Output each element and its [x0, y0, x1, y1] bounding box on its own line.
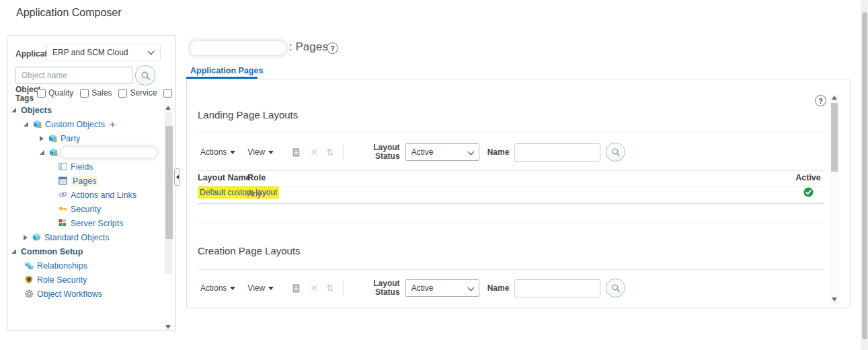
divider: [198, 203, 824, 204]
tree-expanded-icon[interactable]: [24, 122, 28, 127]
tree-collapsed-icon[interactable]: [40, 136, 44, 141]
view-menu[interactable]: View: [247, 147, 274, 157]
tag-quality[interactable]: Quality: [37, 88, 73, 98]
tree-item-relationships[interactable]: Relationships: [7, 258, 175, 273]
actions-menu[interactable]: Actions: [200, 147, 235, 157]
tag-sales[interactable]: Sales: [80, 88, 112, 98]
tree-item-objects[interactable]: Objects: [7, 103, 175, 117]
scroll-down-icon[interactable]: [832, 298, 837, 302]
redacted-text: [61, 147, 157, 158]
search-icon: [611, 147, 621, 157]
tag-prm[interactable]: PRM: [163, 88, 176, 98]
gear-icon: [25, 289, 34, 298]
tree-scrollbar-track[interactable]: [165, 112, 172, 274]
collapse-left-icon: [176, 175, 179, 179]
page-title: Application Composer: [16, 7, 122, 19]
tree-item-custom-objects[interactable]: Custom Objects +: [7, 117, 175, 131]
view-menu[interactable]: View: [247, 283, 274, 293]
scroll-up-icon[interactable]: [832, 96, 837, 100]
table-row-role: Any: [247, 189, 262, 199]
name-filter-input[interactable]: [514, 279, 600, 298]
layout-name-link[interactable]: Default custom layout: [198, 186, 279, 199]
tree-item-common-setup[interactable]: Common Setup: [7, 244, 175, 258]
tag-prm-checkbox[interactable]: [163, 89, 172, 98]
link-icon: [58, 190, 67, 199]
col-header-role: Role: [247, 173, 266, 182]
tag-service-checkbox[interactable]: [118, 89, 127, 98]
search-button[interactable]: [606, 143, 625, 162]
relationships-icon: [25, 261, 34, 270]
divider: [198, 133, 824, 133]
search-icon: [611, 283, 621, 293]
tab-application-pages[interactable]: Application Pages: [190, 66, 263, 75]
col-header-layout-name: Layout Name: [198, 173, 251, 182]
sidebar-collapse-handle[interactable]: [174, 168, 180, 186]
layout-status-select[interactable]: Active: [405, 279, 479, 297]
standard-object-cube-icon: [32, 233, 41, 242]
layout-status-label: Layout Status: [357, 279, 400, 297]
add-custom-object-icon[interactable]: +: [110, 121, 116, 128]
key-icon: [58, 205, 67, 213]
name-label: Name: [487, 147, 510, 157]
redacted-object-name: [190, 41, 286, 55]
tree-item-actions-and-links[interactable]: Actions and Links: [7, 188, 175, 202]
tree-expanded-icon[interactable]: [11, 108, 16, 112]
chevron-down-icon: [230, 287, 235, 290]
object-name-search-input[interactable]: [15, 67, 132, 84]
tag-quality-checkbox[interactable]: [37, 89, 46, 98]
tree-item-party[interactable]: Party: [7, 131, 175, 145]
search-icon: [141, 71, 151, 81]
tree-item-object-workflows[interactable]: Object Workflows: [7, 287, 175, 301]
panel-scrollbar[interactable]: [830, 94, 839, 304]
tag-sales-checkbox[interactable]: [80, 89, 89, 98]
active-check-icon: [803, 187, 814, 197]
application-select[interactable]: ERP and SCM Cloud: [46, 44, 161, 61]
search-button[interactable]: [606, 279, 625, 298]
help-icon[interactable]: ?: [815, 95, 826, 106]
table-row-active: [792, 187, 824, 199]
tree-item-pages[interactable]: Pages: [7, 174, 175, 188]
table-row-layout-name[interactable]: Default custom layout: [198, 188, 279, 197]
name-filter-input[interactable]: [514, 143, 600, 162]
pages-icon: [58, 176, 67, 185]
chevron-down-icon: [230, 151, 235, 154]
object-pages-title: : Pages: [289, 40, 328, 54]
toolbar-separator: [343, 282, 344, 294]
object-navigator-panel: Application ERP and SCM Cloud Object Tag…: [7, 35, 176, 331]
help-icon[interactable]: ?: [327, 42, 338, 54]
actions-menu[interactable]: Actions: [200, 283, 235, 293]
object-search-button[interactable]: [135, 65, 155, 85]
delete-icon[interactable]: ✕: [310, 147, 318, 158]
tag-service[interactable]: Service: [118, 88, 157, 98]
page-scrollbar[interactable]: [861, 0, 868, 350]
landing-page-layouts-heading: Landing Page Layouts: [198, 109, 298, 120]
tree-item-fields[interactable]: Fields: [7, 160, 175, 174]
tree-item-role-security[interactable]: Role Security: [7, 273, 175, 287]
creation-page-layouts-heading: Creation Page Layouts: [198, 245, 301, 256]
tree-scrollbar[interactable]: [164, 106, 173, 331]
custom-object-cube-icon: [49, 148, 58, 157]
layout-status-select[interactable]: Active: [405, 143, 479, 161]
scroll-up-icon[interactable]: [165, 106, 171, 110]
tree-expanded-icon[interactable]: [11, 249, 16, 254]
server-scripts-icon: [58, 219, 67, 228]
tree-item-standard-objects[interactable]: Standard Objects: [7, 230, 175, 244]
tree-expanded-icon[interactable]: [40, 150, 44, 155]
page-scrollbar-thumb[interactable]: [862, 12, 867, 339]
scroll-down-icon[interactable]: [165, 325, 171, 329]
reorder-icon[interactable]: ⇅: [326, 147, 334, 158]
detach-table-icon[interactable]: [291, 283, 301, 293]
tree-scrollbar-thumb[interactable]: [165, 126, 173, 239]
custom-object-cube-icon: [33, 120, 42, 129]
delete-icon[interactable]: ✕: [310, 283, 318, 293]
toolbar-separator: [343, 146, 344, 158]
panel-scrollbar-thumb[interactable]: [831, 103, 838, 172]
reorder-icon[interactable]: ⇅: [326, 283, 334, 293]
tree-item-security[interactable]: Security: [7, 202, 175, 216]
divider: [198, 223, 824, 223]
detach-table-icon[interactable]: [291, 147, 301, 158]
creation-toolbar: Actions View ✕ ⇅ Layout Status: [198, 273, 625, 303]
tree-item-server-scripts[interactable]: Server Scripts: [7, 216, 175, 230]
tree-collapsed-icon[interactable]: [24, 235, 28, 240]
tree-item-current-object[interactable]: [7, 145, 175, 160]
